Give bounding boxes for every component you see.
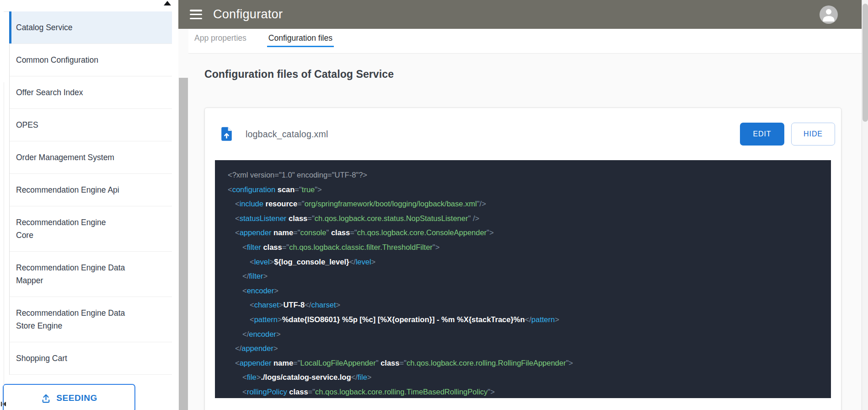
tab-app-properties[interactable]: App properties — [193, 29, 248, 47]
sidebar-item-catalog-service[interactable]: Catalog Service — [10, 11, 172, 44]
service-list: Catalog ServiceCommon ConfigurationOffer… — [9, 11, 172, 375]
sidebar-item-recommendation-engine-core[interactable]: Recommendation Engine Core — [10, 206, 172, 252]
code-line: <pattern>%date{ISO8601} %5p [%c] [%X{ope… — [228, 313, 822, 327]
sidebar-item-recommendation-engine-data-mapper[interactable]: Recommendation Engine Data Mapper — [10, 252, 172, 297]
code-line: <appender name="LocalLogFileAppender" cl… — [228, 356, 822, 371]
scroll-left-arrow-icon[interactable] — [1, 401, 7, 407]
tab-bar: App properties Configuration files — [188, 29, 862, 47]
seeding-button[interactable]: SEEDING — [3, 384, 135, 410]
app-header: Configurator — [178, 0, 862, 29]
config-file-row: logback_catalog.xml EDIT HIDE — [205, 108, 841, 160]
sidebar-item-recommendation-engine-data-store-engine[interactable]: Recommendation Engine Data Store Engine — [10, 297, 172, 342]
sidebar-item-opes[interactable]: OPES — [10, 109, 172, 141]
main-area: Configurator App properties Configuratio… — [178, 0, 862, 410]
code-line: </filter> — [228, 269, 822, 284]
code-line: <include resource="org/springframework/b… — [228, 197, 822, 211]
content-area: Configuration files of Catalog Service l… — [178, 54, 862, 410]
hide-button[interactable]: HIDE — [791, 123, 835, 146]
config-file-card: logback_catalog.xml EDIT HIDE <?xml vers… — [204, 108, 841, 410]
page-title: Configuration files of Catalog Service — [204, 67, 841, 81]
menu-icon[interactable] — [190, 10, 202, 19]
seeding-label: SEEDING — [56, 393, 97, 403]
config-filename: logback_catalog.xml — [246, 129, 328, 140]
code-line: <rollingPolicy class="ch.qos.logback.cor… — [228, 385, 822, 398]
sidebar-item-offer-search-index[interactable]: Offer Search Index — [10, 76, 172, 109]
edit-button[interactable]: EDIT — [740, 123, 784, 146]
code-line: </appender> — [228, 341, 822, 356]
file-upload-icon — [220, 127, 233, 141]
xml-code-viewer[interactable]: <?xml version="1.0" encoding="UTF-8"?><c… — [215, 160, 831, 398]
sidebar-item-order-management-system[interactable]: Order Management System — [10, 141, 172, 174]
code-line: <?xml version="1.0" encoding="UTF-8"?> — [228, 168, 822, 183]
code-line: <charset>UTF-8</charset> — [228, 298, 822, 313]
code-line: <level>${log_console_level}</level> — [228, 255, 822, 270]
scroll-up-arrow-icon[interactable] — [164, 1, 171, 5]
sidebar-item-common-configuration[interactable]: Common Configuration — [10, 44, 172, 76]
upload-icon — [41, 393, 51, 404]
code-line: <appender name="console" class="ch.qos.l… — [228, 226, 822, 240]
code-line: </encoder> — [228, 327, 822, 342]
sidebar-scrollbar-thumb[interactable] — [179, 78, 188, 410]
sidebar-scrollbar[interactable] — [178, 0, 188, 410]
code-line: <configuration scan="true"> — [228, 183, 822, 197]
sidebar-item-shopping-cart[interactable]: Shopping Cart — [10, 342, 172, 375]
user-avatar-icon[interactable] — [820, 5, 838, 24]
code-line: <file>./logs/catalog-service.log</file> — [228, 370, 822, 385]
tab-configuration-files[interactable]: Configuration files — [267, 29, 334, 47]
sidebar-item-recommendation-engine-api[interactable]: Recommendation Engine Api — [10, 174, 172, 206]
window-scrollbar[interactable] — [862, 0, 868, 410]
service-sidebar: Catalog ServiceCommon ConfigurationOffer… — [0, 0, 172, 410]
code-line: <statusListener class="ch.qos.logback.co… — [228, 211, 822, 226]
window-scrollbar-thumb[interactable] — [863, 4, 868, 122]
code-line: <encoder> — [228, 284, 822, 298]
app-title: Configurator — [213, 7, 283, 22]
code-line: <filter class="ch.qos.logback.classic.fi… — [228, 240, 822, 255]
